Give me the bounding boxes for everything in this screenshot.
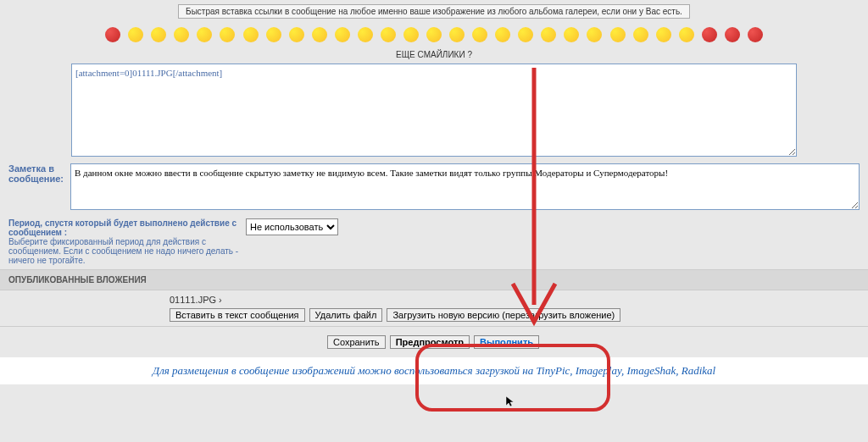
insert-attachment-button[interactable]: Вставить в текст сообщения (170, 308, 305, 322)
note-textarea[interactable] (70, 163, 860, 210)
emoji-icon[interactable] (564, 27, 579, 42)
period-label: Период, спустя который будет выполнено д… (8, 218, 246, 265)
emoji-icon[interactable] (243, 27, 259, 42)
emoji-icon[interactable] (725, 27, 740, 42)
emoji-icon[interactable] (151, 27, 166, 42)
message-textarea[interactable] (71, 64, 797, 157)
emoji-icon[interactable] (403, 27, 419, 42)
emoji-icon[interactable] (495, 27, 510, 42)
period-title: Период, спустя который будет выполнено д… (8, 218, 236, 237)
reupload-attachment-button[interactable]: Загрузить новую версию (перезагрузить вл… (387, 308, 620, 322)
emoji-icon[interactable] (266, 27, 281, 42)
emoji-icon[interactable] (748, 27, 763, 42)
emoji-icon[interactable] (381, 27, 396, 42)
execute-button[interactable]: Выполнить (474, 335, 539, 349)
emoji-icon[interactable] (472, 27, 487, 42)
emoji-icon[interactable] (679, 27, 694, 42)
emoji-icon[interactable] (358, 27, 373, 42)
emoji-icon[interactable] (289, 27, 304, 42)
preview-button[interactable]: Предпросмотр (390, 335, 470, 349)
attachments-header: ОПУБЛИКОВАННЫЕ ВЛОЖЕНИЯ (0, 269, 868, 290)
emoji-icon[interactable] (610, 27, 626, 42)
emoji-icon[interactable] (587, 27, 602, 42)
delete-attachment-button[interactable]: Удалить файл (309, 308, 383, 322)
period-select[interactable]: Не использовать (246, 218, 338, 235)
footer-note: Для размещения в сообщение изображений м… (0, 357, 868, 384)
emoji-icon[interactable] (518, 27, 533, 42)
emoji-icon[interactable] (105, 27, 120, 42)
emoji-icon[interactable] (128, 27, 143, 42)
more-emoji-link[interactable]: ЕЩЕ СМАЙЛИКИ ? (0, 48, 868, 61)
emoji-icon[interactable] (633, 27, 648, 42)
emoji-icon[interactable] (197, 27, 212, 42)
tip-text: Быстрая вставка ссылки в сообщение на лю… (178, 4, 690, 19)
emoji-icon[interactable] (656, 27, 671, 42)
note-label: Заметка в сообщение: (8, 163, 70, 184)
emoji-icon[interactable] (220, 27, 235, 42)
emoji-icon[interactable] (449, 27, 465, 42)
tip-bar: Быстрая вставка ссылки в сообщение на лю… (0, 4, 868, 19)
emoji-icon[interactable] (335, 27, 350, 42)
emoji-icon[interactable] (541, 27, 556, 42)
period-desc: Выберите фиксированный период для действ… (8, 237, 238, 265)
emoji-icon[interactable] (174, 27, 189, 42)
save-button[interactable]: Сохранить (327, 335, 386, 349)
emoji-row (0, 23, 868, 48)
emoji-icon[interactable] (426, 27, 442, 42)
emoji-icon[interactable] (312, 27, 327, 42)
attachment-filename: 01111.JPG › (170, 295, 860, 305)
emoji-icon[interactable] (702, 27, 717, 42)
